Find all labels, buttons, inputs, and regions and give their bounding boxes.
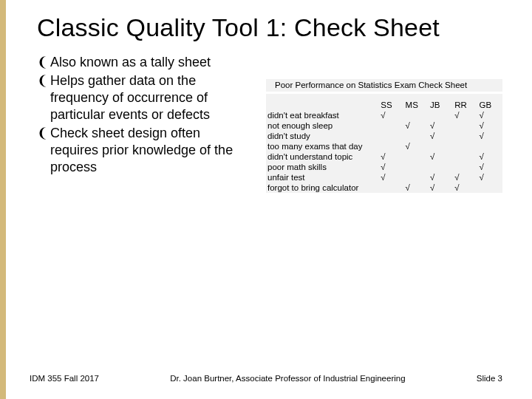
check-cell: √ (404, 183, 429, 193)
table-row: too many exams that day√ (266, 141, 502, 151)
check-cell (379, 120, 403, 131)
footer-right: Slide 3 (477, 374, 502, 383)
check-cell: √ (453, 183, 477, 193)
check-cell (404, 162, 429, 172)
table-row: poor math skills√√ (266, 162, 502, 172)
table-header-cell: MS (404, 100, 429, 110)
check-cell (379, 131, 403, 141)
accent-bar (0, 0, 6, 399)
check-cell (404, 131, 429, 141)
check-cell: √ (478, 162, 502, 172)
check-cell: √ (379, 162, 403, 172)
bullet-list: ❨Also known as a tally sheet❨Helps gathe… (37, 54, 250, 193)
check-cell (429, 141, 453, 151)
table-row: unfair test√√√√ (266, 172, 502, 183)
reason-cell: forgot to bring calculator (266, 183, 379, 193)
check-cell: √ (478, 131, 502, 141)
check-cell: √ (429, 183, 453, 193)
reason-cell: didn't eat breakfast (266, 110, 379, 120)
check-cell: √ (429, 131, 453, 141)
check-sheet-table: Poor Performance on Statistics Exam Chec… (266, 79, 502, 193)
check-cell: √ (429, 172, 453, 183)
reason-cell: didn't understand topic (266, 151, 379, 162)
table-header-cell: SS (379, 100, 403, 110)
check-cell: √ (404, 141, 429, 151)
table-header-cell: RR (453, 100, 477, 110)
check-cell (379, 183, 403, 193)
bullet-text: Also known as a tally sheet (50, 54, 250, 71)
reason-cell: too many exams that day (266, 141, 379, 151)
table-row: not enough sleep√√√ (266, 120, 502, 131)
table-caption: Poor Performance on Statistics Exam Chec… (266, 79, 502, 92)
slide: Classic Quality Tool 1: Check Sheet ❨Als… (0, 0, 532, 399)
footer: IDM 355 Fall 2017 Dr. Joan Burtner, Asso… (30, 374, 502, 383)
slide-body: ❨Also known as a tally sheet❨Helps gathe… (37, 54, 502, 193)
bullet-text: Helps gather data on the frequency of oc… (50, 72, 250, 123)
bullet-mark-icon: ❨ (37, 125, 50, 176)
check-cell (379, 141, 403, 151)
reason-cell: unfair test (266, 172, 379, 183)
table-header-blank (266, 100, 379, 110)
check-cell (453, 120, 477, 131)
check-cell (404, 172, 429, 183)
check-cell (453, 151, 477, 162)
footer-center: Dr. Joan Burtner, Associate Professor of… (99, 374, 477, 383)
check-cell: √ (453, 110, 477, 120)
check-cell: √ (379, 110, 403, 120)
check-cell (478, 141, 502, 151)
table: SSMSJBRRGB didn't eat breakfast√√√not en… (266, 94, 502, 193)
slide-title: Classic Quality Tool 1: Check Sheet (37, 13, 502, 42)
check-cell: √ (453, 172, 477, 183)
check-cell (429, 110, 453, 120)
check-cell: √ (404, 120, 429, 131)
table-row: didn't study√√ (266, 131, 502, 141)
check-cell: √ (429, 151, 453, 162)
check-cell: √ (429, 120, 453, 131)
check-cell: √ (478, 110, 502, 120)
table-header-cell: JB (429, 100, 453, 110)
check-cell (404, 151, 429, 162)
check-cell: √ (379, 172, 403, 183)
bullet-mark-icon: ❨ (37, 72, 50, 123)
check-cell (404, 110, 429, 120)
bullet-item: ❨Check sheet design often requires prior… (37, 125, 250, 176)
check-cell (453, 141, 477, 151)
reason-cell: didn't study (266, 131, 379, 141)
footer-left: IDM 355 Fall 2017 (30, 374, 99, 383)
bullet-item: ❨Also known as a tally sheet (37, 54, 250, 71)
table-header-row: SSMSJBRRGB (266, 100, 502, 110)
table-header-cell: GB (478, 100, 502, 110)
table-row: forgot to bring calculator√√√ (266, 183, 502, 193)
check-cell (478, 183, 502, 193)
reason-cell: not enough sleep (266, 120, 379, 131)
check-cell: √ (379, 151, 403, 162)
check-cell (453, 162, 477, 172)
check-cell (429, 162, 453, 172)
bullet-text: Check sheet design often requires prior … (50, 125, 250, 176)
bullet-item: ❨Helps gather data on the frequency of o… (37, 72, 250, 123)
bullet-mark-icon: ❨ (37, 54, 50, 71)
check-cell: √ (478, 120, 502, 131)
check-cell: √ (478, 172, 502, 183)
reason-cell: poor math skills (266, 162, 379, 172)
check-cell (453, 131, 477, 141)
check-cell: √ (478, 151, 502, 162)
table-row: didn't eat breakfast√√√ (266, 110, 502, 120)
table-row: didn't understand topic√√√ (266, 151, 502, 162)
